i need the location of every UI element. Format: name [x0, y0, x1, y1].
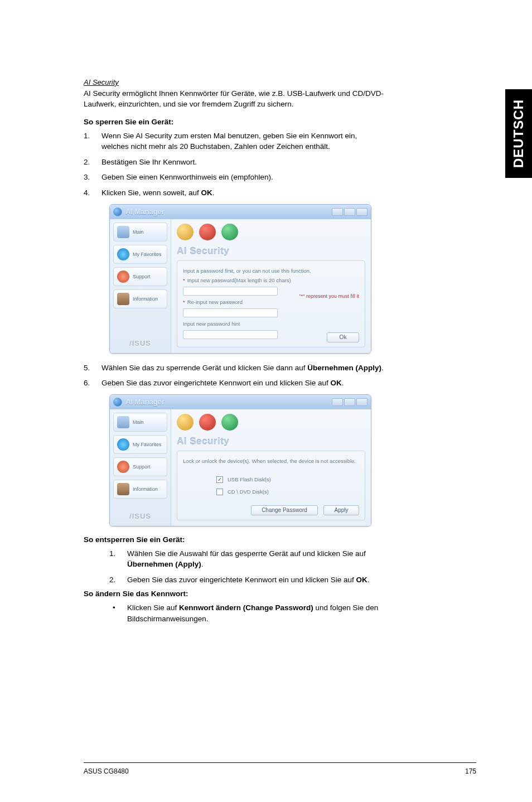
information-icon [117, 483, 129, 495]
minimize-button[interactable] [332, 398, 343, 406]
close-button[interactable] [356, 398, 367, 406]
required-mark: * [183, 277, 185, 283]
new-password-input[interactable] [183, 287, 278, 296]
nav-label: My Favorites [133, 442, 162, 447]
bullet: • [109, 602, 127, 624]
section-title: AI Security [84, 78, 385, 86]
brand-logo: /ISUS [113, 337, 167, 350]
step-num: 2. [109, 574, 127, 586]
ok-button[interactable]: Ok [327, 332, 359, 342]
side-nav: Main My Favorites Support Information /I… [110, 219, 171, 353]
step-num: 4. [84, 187, 101, 199]
confirm-password-input[interactable] [183, 308, 278, 317]
password-hint-input[interactable] [183, 330, 278, 339]
step-num: 1. [84, 131, 101, 152]
field-label: Input new password(Max length is 20 char… [187, 277, 291, 283]
step-text: Klicken Sie, wenn soweit, auf OK. [101, 187, 385, 199]
step-text: Wählen Sie die Auswahl für das gesperrte… [127, 548, 385, 570]
main-pane: AI Security Lock or unlock the device(s)… [171, 409, 371, 526]
main-icon [117, 416, 129, 428]
tool-row [177, 414, 365, 431]
nav-favorites[interactable]: My Favorites [113, 245, 167, 264]
title-bar: AI Manager [110, 395, 371, 409]
step-text: Geben Sie das zuvor eingerichtete Kennwo… [101, 378, 385, 389]
nav-label: Information [133, 486, 158, 492]
nav-information[interactable]: Information [113, 289, 167, 308]
check-row-usb: ✓ USB Flash Disk(s) [216, 476, 359, 483]
minimize-button[interactable] [332, 208, 343, 216]
unlock-steps: 1.Wählen Sie die Auswahl für das gesperr… [109, 548, 385, 586]
bullet-text: Klicken Sie auf Kennwort ändern (Change … [127, 602, 385, 624]
nav-main[interactable]: Main [113, 413, 167, 432]
step-text: Wählen Sie das zu sperrende Gerät und kl… [101, 363, 385, 374]
app-title: AI Manager [125, 207, 165, 216]
close-button[interactable] [356, 208, 367, 216]
information-icon [117, 293, 129, 305]
check-row-cddvd: CD \ DVD Disk(s) [216, 489, 359, 495]
required-mark: * [183, 299, 185, 305]
app-window: AI Manager Main My Favorites Support Inf… [109, 394, 371, 526]
nav-favorites[interactable]: My Favorites [113, 435, 167, 454]
step-num: 3. [84, 172, 101, 183]
support-icon [117, 461, 129, 473]
app-logo-icon [113, 207, 122, 216]
window-controls [332, 398, 367, 406]
screenshot-lock-devices: AI Manager Main My Favorites Support Inf… [109, 394, 385, 526]
panel-title: AI Security [177, 436, 365, 447]
nav-label: Information [133, 296, 158, 302]
field-label: Re-input new password [187, 299, 243, 305]
support-icon [117, 270, 129, 283]
change-heading: So ändern Sie das Kennwort: [84, 590, 385, 598]
app-logo-icon [113, 398, 122, 407]
device-panel: Lock or unlock the device(s). When selec… [177, 451, 365, 520]
step-num: 1. [109, 548, 127, 570]
brand-logo: /ISUS [113, 510, 167, 523]
step-num: 2. [84, 157, 101, 168]
tool-icon[interactable] [199, 414, 216, 431]
page-content: AI Security AI Security ermöglicht Ihnen… [0, 0, 441, 625]
footer-page-number: 175 [465, 767, 476, 775]
step-text: Geben Sie einen Kennworthinweis ein (emp… [101, 172, 385, 183]
nav-label: Main [133, 229, 144, 235]
favorites-icon [117, 438, 129, 451]
field-label: Input new password hint [183, 321, 240, 327]
panel-instruction: Input a password first, or you can not u… [183, 268, 359, 274]
lock-steps-b: 5.Wählen Sie das zu sperrende Gerät und … [84, 363, 385, 389]
maximize-button[interactable] [344, 398, 355, 406]
side-nav: Main My Favorites Support Information /I… [110, 409, 171, 526]
maximize-button[interactable] [344, 208, 355, 216]
tool-icon[interactable] [177, 224, 194, 240]
change-password-button[interactable]: Change Password [251, 505, 318, 515]
lock-heading: So sperren Sie ein Gerät: [84, 118, 385, 126]
step-text: Bestätigen Sie Ihr Kennwort. [101, 157, 385, 168]
tool-row [177, 224, 365, 240]
page-footer: ASUS CG8480 175 [0, 762, 532, 775]
favorites-icon [117, 248, 129, 260]
usb-checkbox[interactable]: ✓ [216, 476, 223, 483]
nav-main[interactable]: Main [113, 223, 167, 241]
step-text: Wenn Sie AI Security zum ersten Mal benu… [101, 131, 385, 152]
cddvd-checkbox[interactable] [216, 489, 223, 495]
main-pane: AI Security Input a password first, or y… [171, 219, 371, 353]
nav-label: Support [133, 464, 151, 470]
nav-information[interactable]: Information [113, 480, 167, 499]
nav-support[interactable]: Support [113, 267, 167, 286]
step-num: 5. [84, 363, 101, 374]
required-hint: "*" represent you must fill it [299, 293, 359, 299]
step-text: Geben Sie das zuvor eingerichtete Kennwo… [127, 574, 385, 586]
window-controls [332, 208, 367, 216]
nav-label: My Favorites [133, 252, 162, 257]
nav-label: Support [133, 274, 151, 279]
tool-icon[interactable] [221, 224, 238, 240]
app-window: AI Manager Main My Favorites Support Inf… [109, 204, 371, 354]
tool-icon[interactable] [177, 414, 194, 431]
nav-label: Main [133, 419, 144, 425]
nav-support[interactable]: Support [113, 457, 167, 476]
tool-icon[interactable] [199, 224, 216, 240]
lock-steps-a: 1.Wenn Sie AI Security zum ersten Mal be… [84, 131, 385, 199]
tool-icon[interactable] [221, 414, 238, 431]
app-title: AI Manager [125, 398, 165, 406]
intro-text: AI Security ermöglicht Ihnen Kennwörter … [84, 89, 385, 110]
panel-title: AI Security [177, 246, 365, 257]
apply-button[interactable]: Apply [323, 505, 359, 515]
